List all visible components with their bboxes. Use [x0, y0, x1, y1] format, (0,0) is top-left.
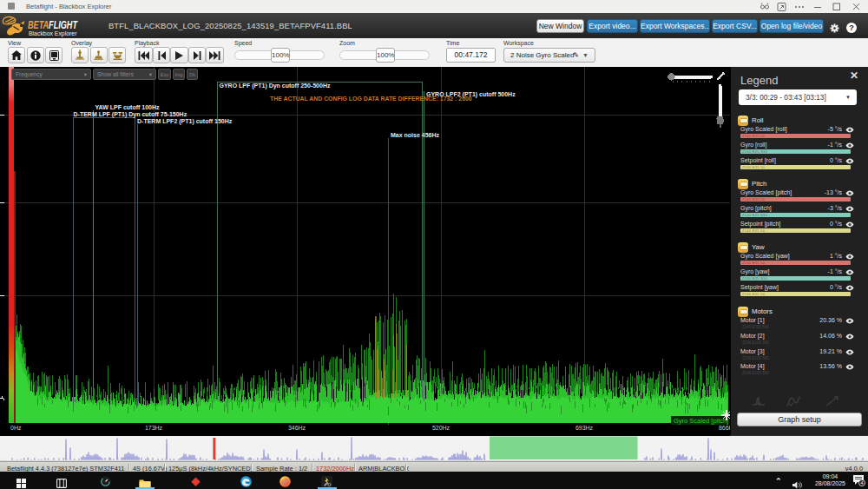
- svg-text:Gyro Scaled [pitch]: Gyro Scaled [pitch]: [674, 417, 728, 425]
- svg-text:173Hz: 173Hz: [145, 425, 163, 431]
- svg-text:866Hz: 866Hz: [719, 425, 730, 431]
- svg-text:D-TERM LPF2 (PT1) cutoff 150Hz: D-TERM LPF2 (PT1) cutoff 150Hz: [137, 118, 233, 125]
- svg-text:520Hz: 520Hz: [432, 425, 450, 431]
- svg-text:0Hz: 0Hz: [10, 425, 22, 431]
- svg-text:346Hz: 346Hz: [288, 425, 306, 431]
- svg-text:GYRO LPF (PT1) Dyn cutoff 250-: GYRO LPF (PT1) Dyn cutoff 250-500Hz: [220, 83, 331, 89]
- svg-text:THE ACTUAL AND CONFIG LOG DATA: THE ACTUAL AND CONFIG LOG DATA RATE DIFF…: [270, 96, 472, 102]
- svg-text:D-TERM LPF (PT1) Dyn cutoff 75: D-TERM LPF (PT1) Dyn cutoff 75-150Hz: [74, 111, 187, 118]
- svg-text:?: ?: [849, 23, 854, 32]
- svg-text:Max noise 456Hz: Max noise 456Hz: [391, 132, 440, 138]
- svg-text:4: 4: [860, 480, 863, 486]
- svg-text:YAW LPF cutoff 100Hz: YAW LPF cutoff 100Hz: [95, 104, 161, 110]
- svg-text:693Hz: 693Hz: [575, 425, 594, 431]
